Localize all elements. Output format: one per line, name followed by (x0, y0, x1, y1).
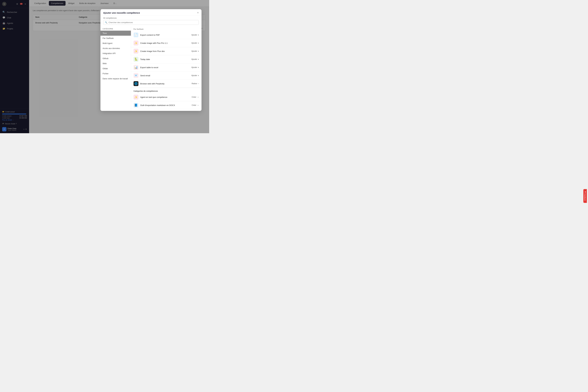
skills-section-swiftask: Par Swiftask (131, 26, 202, 31)
skill-create-image-flux-pro-add-button[interactable]: Ajouter + (191, 42, 199, 44)
close-button[interactable]: × (197, 11, 199, 14)
search-icon: 🔍 (105, 21, 107, 24)
skill-create-image-flux-pro: ✨ Create image with Flux Pro 1.1 Ajouter… (131, 39, 202, 47)
cat-github[interactable]: Github (100, 56, 131, 61)
skill-agent-competence: ✨ Agent en tant que compétence Créer → (131, 93, 202, 101)
skills-section-categories: Catégories de compétences (131, 88, 202, 93)
skill-today-date-icon: 🐍 (134, 57, 138, 62)
categories-panel: Catégorie Tous Par Swiftask Multi Agent … (100, 26, 131, 111)
skill-browse-web: 🌐 Browse web with Perplexity Retirer − (131, 80, 202, 88)
skill-export-pdf-add-button[interactable]: Ajouter + (191, 34, 199, 36)
skill-export-markdown-docx-icon: 📘 (134, 103, 138, 108)
search-wrapper[interactable]: 🔍 (103, 20, 199, 25)
remove-icon: − (198, 82, 199, 85)
skill-export-excel-add-button[interactable]: Ajouter + (191, 66, 199, 68)
skill-send-email-icon: 📧 (134, 73, 138, 78)
modal-title: Ajouter une nouvelle compétence (103, 12, 140, 14)
skill-send-email-add-button[interactable]: Ajouter + (191, 74, 199, 77)
search-input[interactable] (108, 21, 197, 24)
add-icon: + (198, 34, 199, 36)
skill-create-image-flux-dev-add-button[interactable]: Ajouter + (191, 50, 199, 52)
skill-export-markdown-docx: 📘 Outil d'exportation markdown en DOCX C… (131, 101, 202, 109)
categories-header: Catégorie (100, 26, 131, 31)
cat-web[interactable]: Web (100, 61, 131, 66)
skill-today-date: 🐍 Today date Ajouter + (131, 55, 202, 64)
skill-export-pdf-icon: 📄 (134, 32, 138, 37)
cat-multi-agent[interactable]: Multi Agent (100, 41, 131, 46)
modal-header: Ajouter une nouvelle compétence × (100, 9, 202, 16)
skill-send-email: 📧 Send email Ajouter + (131, 72, 202, 80)
skill-today-date-name: Today date (140, 58, 190, 60)
add-icon: + (198, 66, 199, 68)
skill-export-markdown-docx-create-button[interactable]: Créer → (192, 104, 199, 106)
skill-create-image-flux-pro-icon: ✨ (134, 40, 138, 46)
skill-export-pdf-name: Export content to PDF (140, 34, 190, 36)
add-icon: + (198, 74, 199, 77)
skill-today-date-add-button[interactable]: Ajouter + (191, 58, 199, 60)
skill-browse-web-icon: 🌐 (134, 81, 138, 86)
skill-browse-web-name: Browse web with Perplexity (140, 82, 190, 85)
modal-count: 32 compétences (100, 16, 202, 20)
skill-create-image-flux-dev: ✨ Create image from Flux dev Ajouter + (131, 47, 202, 55)
cat-tous[interactable]: Tous (100, 31, 131, 36)
skill-create-image-flux-dev-name: Create image from Flux dev (140, 50, 190, 52)
skills-panel: Par Swiftask 📄 Export content to PDF Ajo… (131, 26, 202, 111)
add-skill-modal: Ajouter une nouvelle compétence × 32 com… (100, 9, 202, 111)
add-icon: + (198, 42, 199, 44)
skill-agent-competence-create-button[interactable]: Créer → (192, 96, 199, 98)
cat-integration-api[interactable]: Intégration API (100, 51, 131, 56)
modal-body: Catégorie Tous Par Swiftask Multi Agent … (100, 26, 202, 111)
cat-dans-votre-espace[interactable]: Dans votre espace de travail (100, 76, 131, 81)
skill-export-excel-name: Export table to excel (140, 66, 190, 68)
cat-par-swiftask[interactable]: Par Swiftask (100, 36, 131, 41)
add-icon: + (198, 58, 199, 60)
arrow-icon: → (197, 96, 199, 98)
skill-export-pdf: 📄 Export content to PDF Ajouter + (131, 31, 202, 39)
skill-browse-web-remove-button[interactable]: Retirer − (192, 82, 199, 85)
add-icon: + (198, 50, 199, 52)
skill-export-excel-icon: 📊 (134, 65, 138, 70)
modal-search: 🔍 (100, 20, 202, 26)
skill-send-email-name: Send email (140, 74, 190, 77)
skill-agent-competence-name: Agent en tant que compétence (140, 96, 190, 98)
skill-export-markdown-docx-name: Outil d'exportation markdown en DOCX (140, 104, 190, 106)
skill-create-image-flux-pro-name: Create image with Flux Pro 1.1 (140, 42, 190, 44)
cat-acces-donnees[interactable]: Accès aux données (100, 46, 131, 51)
cat-gitlab[interactable]: Gitlab (100, 66, 131, 71)
skill-agent-competence-icon: ✨ (134, 95, 138, 100)
cat-fichier[interactable]: Fichier (100, 71, 131, 76)
arrow-icon: → (197, 104, 199, 106)
skill-create-image-flux-dev-icon: ✨ (134, 49, 138, 54)
skill-export-excel: 📊 Export table to excel Ajouter + (131, 64, 202, 72)
